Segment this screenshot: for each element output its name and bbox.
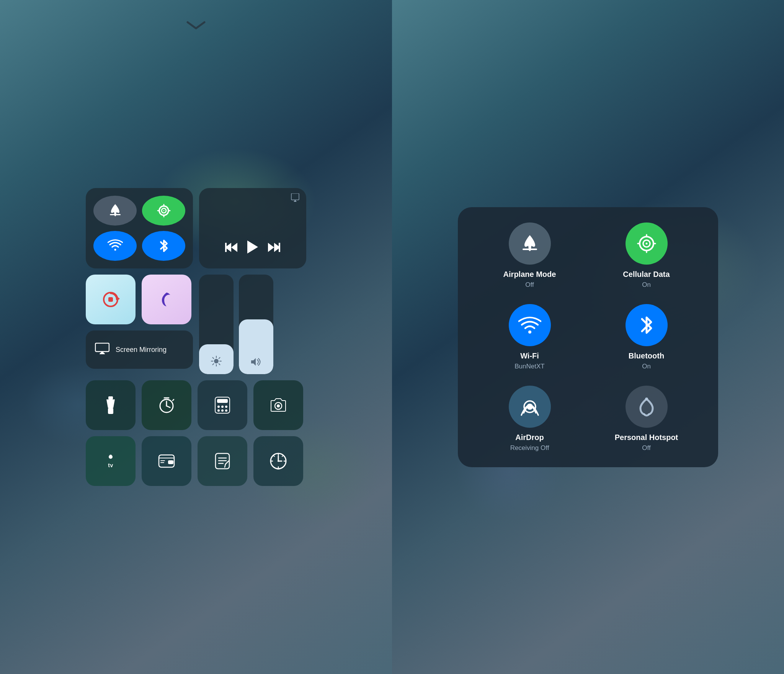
volume-slider[interactable]	[239, 275, 273, 374]
calculator-button[interactable]	[198, 380, 247, 430]
airplane-mode-label: Airplane Mode	[503, 270, 556, 279]
svg-rect-15	[279, 243, 280, 252]
svg-marker-17	[117, 296, 120, 301]
svg-rect-54	[160, 460, 165, 461]
airplane-mode-button[interactable]	[93, 196, 137, 226]
brightness-slider[interactable]	[199, 275, 234, 374]
popup-airdrop[interactable]: AirDrop Receiving Off	[477, 386, 582, 452]
bluetooth-button[interactable]	[142, 231, 185, 261]
svg-marker-30	[251, 358, 256, 366]
airplay-icon[interactable]	[290, 193, 300, 204]
svg-point-49	[277, 404, 280, 407]
svg-marker-13	[268, 243, 274, 252]
screen-mirroring-icon	[95, 343, 109, 357]
svg-line-61	[225, 464, 225, 467]
bluetooth-status: On	[642, 363, 651, 370]
brightness-icon	[211, 356, 222, 369]
personal-hotspot-status: Off	[642, 444, 650, 452]
bottom-row-1	[86, 380, 306, 430]
svg-marker-9	[231, 243, 237, 252]
svg-rect-55	[160, 462, 164, 463]
svg-line-71	[273, 455, 274, 456]
wallet-button[interactable]	[142, 436, 191, 486]
camera-button[interactable]	[253, 380, 303, 430]
svg-line-39	[173, 399, 174, 401]
airdrop-status: Receiving Off	[510, 444, 549, 452]
svg-point-44	[225, 406, 227, 408]
sliders-container	[199, 275, 273, 374]
airdrop-circle	[509, 386, 551, 428]
svg-point-66	[278, 460, 279, 462]
svg-rect-34	[109, 413, 112, 414]
airdrop-label: AirDrop	[515, 433, 544, 442]
svg-point-76	[645, 242, 647, 244]
svg-point-84	[645, 398, 648, 401]
svg-point-8	[114, 249, 116, 251]
svg-point-45	[217, 409, 220, 412]
svg-point-21	[214, 359, 219, 363]
next-button[interactable]	[268, 242, 280, 255]
svg-line-28	[219, 358, 220, 359]
svg-point-42	[217, 406, 220, 408]
popup-wifi[interactable]: Wi-Fi BunNetXT	[477, 304, 582, 370]
cellular-data-button[interactable]	[142, 196, 185, 226]
play-button[interactable]	[247, 240, 259, 258]
middle-row: Screen Mirroring	[86, 275, 306, 374]
airplane-mode-status: Off	[525, 281, 534, 289]
svg-line-60	[225, 461, 229, 464]
svg-rect-53	[168, 460, 173, 464]
apple-tv-button[interactable]: tv	[86, 436, 136, 486]
chevron-down-icon[interactable]	[186, 18, 206, 32]
top-row	[86, 188, 306, 268]
svg-line-72	[282, 455, 283, 456]
screen-mirroring-label: Screen Mirroring	[116, 346, 167, 354]
connectivity-block	[86, 188, 193, 268]
control-center: Screen Mirroring	[86, 188, 306, 486]
notes-button[interactable]	[198, 436, 247, 486]
connectivity-popup: Airplane Mode Off Cellular Data On	[458, 207, 718, 467]
wifi-button[interactable]	[93, 231, 137, 261]
svg-line-29	[213, 364, 214, 365]
middle-left-controls: Screen Mirroring	[86, 275, 193, 374]
svg-rect-0	[110, 214, 121, 215]
popup-cellular-data[interactable]: Cellular Data On	[594, 222, 699, 289]
previous-button[interactable]	[225, 242, 237, 255]
svg-point-3	[163, 210, 164, 211]
svg-line-62	[229, 460, 229, 461]
right-panel: Airplane Mode Off Cellular Data On	[392, 0, 784, 674]
svg-line-27	[219, 364, 220, 365]
svg-line-37	[167, 406, 170, 407]
svg-point-43	[221, 406, 224, 408]
left-panel: Screen Mirroring	[0, 0, 392, 674]
wifi-label: Wi-Fi	[520, 352, 539, 360]
cellular-data-status: On	[642, 281, 651, 289]
svg-rect-41	[217, 399, 228, 403]
top-two-buttons	[86, 275, 193, 324]
popup-bluetooth[interactable]: Bluetooth On	[594, 304, 699, 370]
screen-mirroring-button[interactable]: Screen Mirroring	[86, 330, 193, 369]
svg-rect-73	[523, 249, 537, 250]
personal-hotspot-circle	[626, 386, 668, 428]
flashlight-button[interactable]	[86, 380, 136, 430]
bottom-row-2: tv	[86, 436, 306, 486]
popup-personal-hotspot[interactable]: Personal Hotspot Off	[594, 386, 699, 452]
volume-icon	[250, 357, 262, 369]
cellular-data-circle	[626, 222, 668, 265]
svg-point-46	[221, 409, 224, 412]
popup-airplane-mode[interactable]: Airplane Mode Off	[477, 222, 582, 289]
svg-rect-31	[108, 396, 113, 399]
wifi-circle	[509, 304, 551, 346]
airplane-mode-circle	[509, 222, 551, 265]
svg-point-50	[109, 455, 113, 459]
rotation-lock-button[interactable]	[86, 275, 136, 324]
do-not-disturb-button[interactable]	[142, 275, 191, 324]
clock-button[interactable]	[253, 436, 303, 486]
svg-marker-12	[247, 240, 258, 254]
svg-rect-19	[95, 343, 109, 352]
cellular-data-label: Cellular Data	[623, 270, 670, 279]
media-controls	[199, 240, 306, 268]
wifi-network-name: BunNetXT	[514, 363, 544, 370]
bluetooth-label: Bluetooth	[629, 352, 664, 360]
svg-point-81	[528, 330, 531, 334]
timer-button[interactable]	[142, 380, 191, 430]
